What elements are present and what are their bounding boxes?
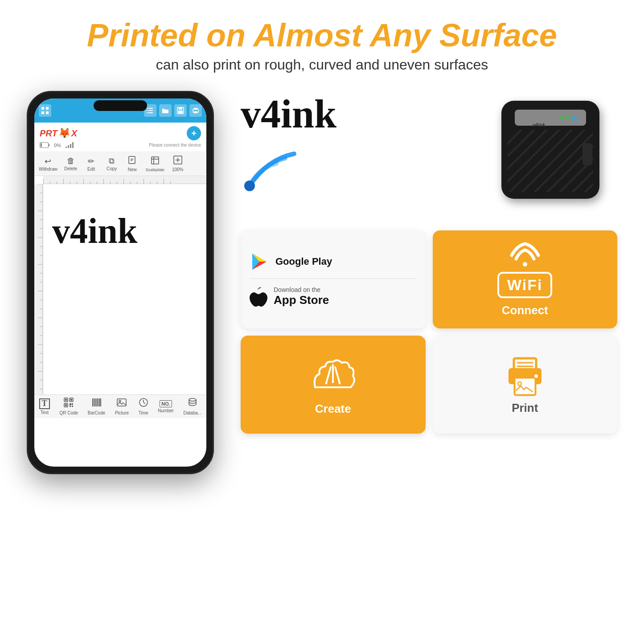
print-icon[interactable] <box>189 104 202 117</box>
printer-device-wrapper: v4ink <box>501 101 617 199</box>
printer-led-green <box>560 116 564 119</box>
bottom-time[interactable]: Time <box>139 398 148 415</box>
app-store-text: Download on the App Store <box>274 286 329 307</box>
svg-line-93 <box>335 367 340 383</box>
svg-rect-22 <box>70 144 71 148</box>
toolbar-zoom[interactable]: 100% <box>168 155 188 173</box>
svg-rect-6 <box>148 112 153 113</box>
battery-icon <box>40 142 49 148</box>
svg-rect-7 <box>147 108 148 109</box>
bottom-qrcode[interactable]: QR Code <box>59 398 78 415</box>
svg-rect-15 <box>194 111 197 113</box>
printer-side-button[interactable] <box>582 143 592 165</box>
svg-rect-1 <box>46 107 49 110</box>
canvas-area[interactable]: v4ink <box>43 184 206 394</box>
qrcode-icon <box>64 398 74 410</box>
bottom-barcode[interactable]: BarCode <box>88 398 105 415</box>
svg-rect-76 <box>117 399 126 406</box>
svg-rect-19 <box>41 143 42 147</box>
bottom-text[interactable]: T Text <box>39 398 50 415</box>
svg-rect-73 <box>98 398 98 406</box>
folder-icon[interactable] <box>159 104 172 117</box>
svg-point-81 <box>189 398 196 401</box>
connect-message: Please connect the device <box>149 143 201 148</box>
app-store-item[interactable]: Download on the App Store <box>250 281 329 312</box>
zoom-icon <box>173 156 182 167</box>
number-icon: NO. <box>160 400 172 407</box>
svg-rect-71 <box>96 398 96 406</box>
svg-point-90 <box>523 262 527 267</box>
toolbar-scale[interactable]: Scaleplate <box>143 155 167 173</box>
edit-icon: ✏ <box>88 156 94 166</box>
create-card: Create <box>241 336 426 434</box>
toolbar-delete[interactable]: 🗑 Delete <box>61 156 81 172</box>
app-stores-card: Google Play Download on the App Store <box>241 230 426 328</box>
create-label: Create <box>315 402 351 416</box>
svg-rect-74 <box>99 398 100 406</box>
svg-rect-4 <box>148 108 153 109</box>
wifi-card-content: WiFi Connect <box>442 239 609 320</box>
svg-rect-75 <box>100 398 101 406</box>
copy-icon: ⧉ <box>109 156 115 166</box>
add-button[interactable]: + <box>187 126 201 140</box>
svg-line-80 <box>144 402 145 404</box>
bottom-picture[interactable]: Picture <box>115 398 129 415</box>
svg-rect-14 <box>194 108 197 110</box>
bottom-database[interactable]: Databa... <box>184 398 202 415</box>
app-header: PRT 🦊 X + 0% <box>34 123 206 152</box>
svg-point-16 <box>197 110 198 111</box>
svg-rect-8 <box>147 110 148 111</box>
svg-rect-12 <box>178 111 183 113</box>
bottom-barcode-label: BarCode <box>88 410 105 415</box>
toolbar-copy-label: Copy <box>107 166 117 171</box>
toolbar-delete-label: Delete <box>64 166 77 171</box>
svg-rect-64 <box>70 403 71 405</box>
right-side: v4ink v4ink <box>241 91 617 434</box>
toolbar-edit[interactable]: ✏ Edit <box>82 156 101 172</box>
bottom-text-label: Text <box>41 410 49 415</box>
printer-device: v4ink <box>501 101 599 199</box>
bottom-number[interactable]: NO. Number <box>158 400 174 413</box>
delete-icon: 🗑 <box>67 156 75 166</box>
brand-wifi-area: v4ink <box>241 91 336 208</box>
google-play-item[interactable]: Google Play <box>250 246 332 277</box>
bottom-time-label: Time <box>139 410 148 415</box>
svg-rect-27 <box>152 157 159 164</box>
app-logo-row: PRT 🦊 X + <box>40 126 201 140</box>
page-header: Printed on Almost Any Surface can also p… <box>0 0 644 78</box>
time-icon <box>139 398 148 410</box>
grid-icon[interactable] <box>39 104 51 117</box>
toolbar-copy[interactable]: ⧉ Copy <box>102 156 122 172</box>
picture-icon <box>117 398 127 410</box>
toolbar-new-label: New <box>128 167 137 172</box>
svg-rect-2 <box>41 111 44 114</box>
svg-rect-65 <box>72 403 73 405</box>
bottom-qrcode-label: QR Code <box>59 410 78 415</box>
toolbar-zoom-label: 100% <box>172 167 184 172</box>
toolbar-edit-label: Edit <box>87 167 95 172</box>
print-card: Print <box>433 336 618 434</box>
phone-device: PRT 🦊 X + 0% <box>27 91 214 474</box>
svg-rect-21 <box>68 145 69 148</box>
svg-rect-20 <box>66 147 67 148</box>
svg-rect-24 <box>129 156 135 164</box>
app-bottom-bar: T Text <box>34 394 206 418</box>
bottom-picture-label: Picture <box>115 410 129 415</box>
toolbar-new[interactable]: New <box>123 155 142 173</box>
store-divider <box>250 279 417 279</box>
toolbar-withdraw[interactable]: ↩ Withdraw <box>36 156 60 172</box>
svg-rect-67 <box>72 406 73 407</box>
svg-rect-69 <box>94 398 94 406</box>
wifi-label: WiFi <box>507 276 542 293</box>
svg-rect-23 <box>72 142 74 148</box>
svg-line-91 <box>326 367 331 383</box>
svg-point-77 <box>119 400 121 402</box>
wifi-signal-svg <box>241 150 303 208</box>
canvas-v4ink-text: v4ink <box>52 211 137 251</box>
ruler-vertical <box>34 184 43 394</box>
printer-grille-svg <box>508 130 593 192</box>
svg-rect-61 <box>70 399 72 401</box>
new-icon <box>128 156 137 167</box>
save-icon[interactable] <box>174 104 187 117</box>
brand-name: v4ink <box>241 91 336 137</box>
